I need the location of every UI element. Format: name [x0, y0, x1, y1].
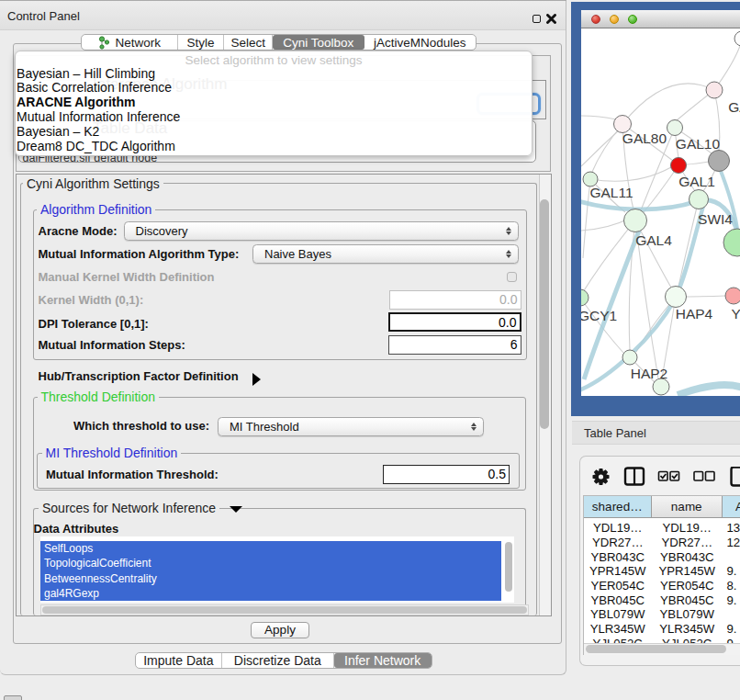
- svg-text:SWI4: SWI4: [698, 211, 733, 227]
- svg-text:GAL10: GAL10: [676, 136, 721, 152]
- svg-text:YM: YM: [731, 306, 740, 322]
- svg-text:GAL1: GAL1: [678, 174, 715, 189]
- svg-text:GCY1: GCY1: [581, 308, 617, 323]
- svg-text:HAP4: HAP4: [676, 306, 713, 322]
- svg-text:GAL80: GAL80: [622, 130, 667, 146]
- svg-text:GAL11: GAL11: [589, 185, 633, 200]
- svg-text:GAL7: GAL7: [728, 99, 740, 115]
- svg-text:HAP2: HAP2: [631, 366, 668, 381]
- svg-text:GAL4: GAL4: [635, 232, 672, 248]
